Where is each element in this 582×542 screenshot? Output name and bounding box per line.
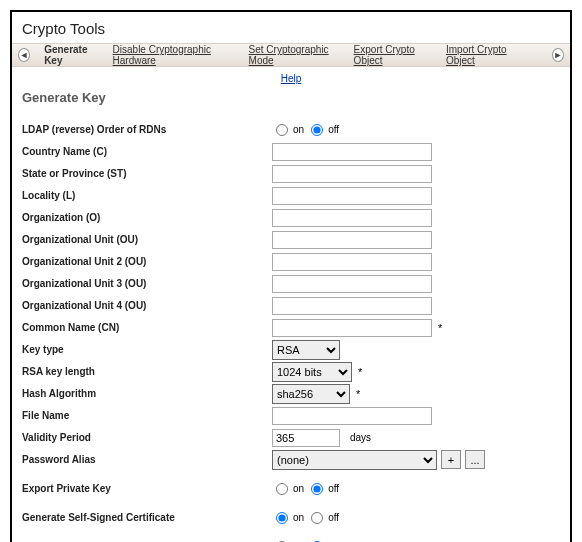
exportpk-on-radio[interactable] bbox=[276, 483, 288, 495]
validity-suffix: days bbox=[344, 432, 371, 443]
validity-input[interactable] bbox=[272, 429, 340, 447]
ldap-on-radio[interactable] bbox=[276, 124, 288, 136]
exportpk-off-radio[interactable] bbox=[311, 483, 323, 495]
cn-required: * bbox=[436, 322, 442, 334]
generate-key-form: LDAP (reverse) Order of RDNs on off Coun… bbox=[12, 119, 570, 542]
tab-import-object[interactable]: Import Crypto Object bbox=[446, 44, 524, 66]
help-link[interactable]: Help bbox=[281, 73, 302, 84]
pwdalias-select[interactable]: (none) bbox=[272, 450, 437, 470]
keytype-select[interactable]: RSA bbox=[272, 340, 340, 360]
label-locality: Locality (L) bbox=[22, 190, 272, 201]
org-input[interactable] bbox=[272, 209, 432, 227]
tab-generate-key[interactable]: Generate Key bbox=[44, 44, 98, 66]
gensscert-off-radio[interactable] bbox=[311, 512, 323, 524]
label-hash: Hash Algorithm bbox=[22, 388, 272, 399]
nav-back-button[interactable]: ◄ bbox=[18, 48, 30, 62]
label-ou1: Organizational Unit (OU) bbox=[22, 234, 272, 245]
label-ou4: Organizational Unit 4 (OU) bbox=[22, 300, 272, 311]
pwdalias-browse-button[interactable]: ... bbox=[465, 450, 485, 469]
ou3-input[interactable] bbox=[272, 275, 432, 293]
section-heading: Generate Key bbox=[12, 88, 570, 119]
page-title: Crypto Tools bbox=[12, 12, 570, 43]
label-keylen: RSA key length bbox=[22, 366, 272, 377]
help-row: Help bbox=[12, 67, 570, 88]
ldap-radio-group: on off bbox=[272, 124, 339, 136]
label-ou2: Organizational Unit 2 (OU) bbox=[22, 256, 272, 267]
label-pwdalias: Password Alias bbox=[22, 454, 272, 465]
app-frame: Crypto Tools ◄ Generate Key Disable Cryp… bbox=[10, 10, 572, 542]
ou2-input[interactable] bbox=[272, 253, 432, 271]
arrow-right-icon: ► bbox=[553, 50, 562, 60]
ou1-input[interactable] bbox=[272, 231, 432, 249]
radio-on-label: on bbox=[293, 483, 304, 494]
label-country: Country Name (C) bbox=[22, 146, 272, 157]
ldap-off-radio[interactable] bbox=[311, 124, 323, 136]
radio-off-label: off bbox=[328, 124, 339, 135]
tab-bar: ◄ Generate Key Disable Cryptographic Har… bbox=[12, 43, 570, 67]
label-validity: Validity Period bbox=[22, 432, 272, 443]
hash-required: * bbox=[354, 388, 360, 400]
tab-export-object[interactable]: Export Crypto Object bbox=[354, 44, 432, 66]
cn-input[interactable] bbox=[272, 319, 432, 337]
nav-forward-button[interactable]: ► bbox=[552, 48, 564, 62]
keylen-required: * bbox=[356, 366, 362, 378]
locality-input[interactable] bbox=[272, 187, 432, 205]
radio-off-label: off bbox=[328, 483, 339, 494]
label-exportpk: Export Private Key bbox=[22, 483, 272, 494]
tab-disable-hardware[interactable]: Disable Cryptographic Hardware bbox=[113, 44, 235, 66]
label-gensscert: Generate Self-Signed Certificate bbox=[22, 512, 272, 523]
tab-set-mode[interactable]: Set Cryptographic Mode bbox=[249, 44, 340, 66]
keylen-select[interactable]: 1024 bits bbox=[272, 362, 352, 382]
label-keytype: Key type bbox=[22, 344, 272, 355]
arrow-left-icon: ◄ bbox=[20, 50, 29, 60]
label-org: Organization (O) bbox=[22, 212, 272, 223]
state-input[interactable] bbox=[272, 165, 432, 183]
label-ldap: LDAP (reverse) Order of RDNs bbox=[22, 124, 272, 135]
pwdalias-plus-button[interactable]: + bbox=[441, 450, 461, 469]
radio-on-label: on bbox=[293, 512, 304, 523]
label-filename: File Name bbox=[22, 410, 272, 421]
hash-select[interactable]: sha256 bbox=[272, 384, 350, 404]
label-cn: Common Name (CN) bbox=[22, 322, 272, 333]
radio-on-label: on bbox=[293, 124, 304, 135]
radio-off-label: off bbox=[328, 512, 339, 523]
label-state: State or Province (ST) bbox=[22, 168, 272, 179]
country-input[interactable] bbox=[272, 143, 432, 161]
filename-input[interactable] bbox=[272, 407, 432, 425]
gensscert-on-radio[interactable] bbox=[276, 512, 288, 524]
ou4-input[interactable] bbox=[272, 297, 432, 315]
label-ou3: Organizational Unit 3 (OU) bbox=[22, 278, 272, 289]
